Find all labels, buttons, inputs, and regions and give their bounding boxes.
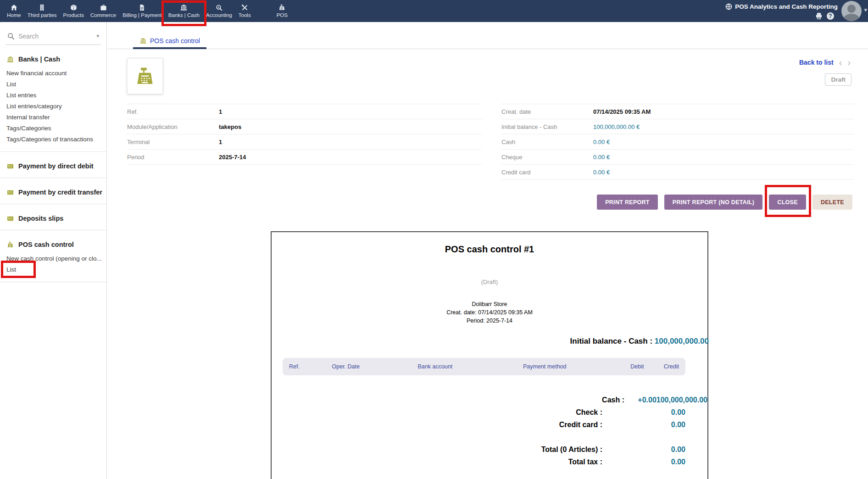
cube-icon [70,4,78,11]
field-row-cash: Cash 0.00 € [501,134,854,150]
report-period: Period: 2025-7-14 [272,317,707,325]
back-to-list-link[interactable]: Back to list [799,59,834,66]
fields-table-left: Ref. 1 Module/Application takepos Termin… [127,104,482,165]
col-payment-method: Payment method [523,363,605,370]
total-row-articles: Total (0 Articles) : 0.00 [272,443,707,456]
home-icon [10,4,18,11]
col-debit: Debit [605,363,644,370]
tab-pos-cash-control[interactable]: POS cash control [133,34,206,49]
briefcase-icon [100,4,107,11]
status-badge: Draft [825,73,851,86]
cash-register-icon [6,241,14,248]
field-row-module: Module/Application takepos [127,119,482,134]
next-record-icon[interactable]: › [847,58,851,67]
app-title-area: POS Analytics and Cash Reporting [725,3,838,10]
nav-banks-cash[interactable]: Banks | Cash [165,0,203,22]
nav-billing-payment[interactable]: Billing | Payment [119,0,165,22]
nav-label: Accounting [206,12,232,18]
field-row-ref: Ref. 1 [127,104,482,119]
sidebar-divider [0,282,106,282]
payment-card-icon [6,163,14,170]
delete-button[interactable]: DELETE [812,195,852,210]
report-preview: POS cash control #1 (Draft) Dolibarr Sto… [271,231,708,479]
sidebar-item-tags-categories-transactions[interactable]: Tags/Categories of transactions [0,134,106,145]
print-icon[interactable] [815,12,823,20]
bank-icon [180,4,188,11]
nav-tools[interactable]: Tools [235,0,254,22]
header-pagination: Back to list ‹ › [799,58,851,67]
action-buttons: PRINT REPORT PRINT REPORT (NO DETAIL) CL… [597,195,852,210]
sidebar-item-new-financial-account[interactable]: New financial account [0,68,106,79]
cash-register-icon [278,4,286,11]
col-ref: Ref. [289,363,332,370]
search-caret-icon[interactable]: ▾ [96,33,99,39]
total-row-cash: Cash : +0.00100,000,000.00 [272,394,707,406]
tools-icon [241,4,249,11]
globe-icon [725,3,732,10]
nav-pos[interactable]: POS [273,0,291,22]
report-initial-balance: Initial balance - Cash : 100,000,000.00 [272,337,709,346]
close-button[interactable]: CLOSE [769,195,806,210]
nav-commerce[interactable]: Commerce [87,0,119,22]
nav-label: Home [7,12,21,18]
object-icon-card [127,58,163,94]
nav-label: Products [63,12,84,18]
sidebar-divider [0,204,106,204]
sidebar-item-internal-transfer[interactable]: Internal transfer [0,112,106,123]
accounting-search-icon [215,4,223,11]
print-report-no-detail-button[interactable]: PRINT REPORT (NO DETAIL) [664,195,763,210]
field-row-terminal: Terminal 1 [127,134,482,150]
top-navigation-bar: Home Third parties Products Commerce Bil… [0,0,868,22]
tab-label: POS cash control [150,37,200,45]
total-row-check: Check : 0.00 [272,406,707,418]
report-title: POS cash control #1 [272,244,707,255]
sidebar-item-tags-categories[interactable]: Tags/Categories [0,123,106,134]
sidebar-section-credit-transfer[interactable]: Payment by credit transfer [0,187,106,197]
field-row-initial-balance: Initial balance - Cash 100,000,000.00 € [501,119,854,134]
prev-record-icon[interactable]: ‹ [839,58,842,67]
bank-icon [6,56,14,63]
field-row-period: Period 2025-7-14 [127,150,482,165]
field-row-credit-card: Credit card 0.00 € [501,165,854,180]
total-row-tax: Total tax : 0.00 [272,456,707,468]
print-report-button[interactable]: PRINT REPORT [597,195,658,210]
nav-label: Third parties [28,12,57,18]
sidebar-divider [0,151,106,152]
search-icon [7,33,15,40]
report-totals: Cash : +0.00100,000,000.00 Check : 0.00 … [272,394,707,468]
col-bank-account: Bank account [418,363,523,370]
sidebar-item-pos-list[interactable]: List [0,264,106,275]
left-sidebar: ▾ Banks | Cash New financial account Lis… [0,22,107,479]
sidebar-section-direct-debit[interactable]: Payment by direct debit [0,161,106,171]
nav-accounting[interactable]: Accounting [203,0,235,22]
nav-label: POS [277,12,288,18]
chevron-down-icon[interactable]: ▾ [864,6,867,13]
totals-gap [272,431,707,443]
sidebar-divider [0,178,106,178]
bank-icon [139,38,147,44]
col-credit: Credit [644,363,679,370]
sidebar-item-list-entries-category[interactable]: List entries/category [0,101,106,112]
sidebar-search: ▾ [6,30,101,45]
sidebar-section-banks-cash[interactable]: Banks | Cash [0,54,106,64]
invoice-icon [138,4,146,11]
field-row-creat-date: Creat. date 07/14/2025 09:35 AM [501,104,854,119]
building-icon [38,4,46,11]
sidebar-item-list-entries[interactable]: List entries [0,90,106,101]
sidebar-section-pos-cash-control[interactable]: POS cash control [0,240,106,250]
user-avatar[interactable] [841,1,862,21]
nav-home[interactable]: Home [4,0,24,22]
cash-register-icon [134,67,156,86]
nav-label: Commerce [90,12,116,18]
nav-products[interactable]: Products [60,0,87,22]
report-store-name: Dolibarr Store [272,300,707,308]
nav-third-parties[interactable]: Third parties [24,0,60,22]
help-icon[interactable]: ? [827,12,834,20]
field-row-cheque: Cheque 0.00 € [501,150,854,165]
sidebar-section-deposits-slips[interactable]: Deposits slips [0,213,106,223]
tabbar-divider [107,49,868,49]
sidebar-item-list[interactable]: List [0,79,106,90]
search-input[interactable] [18,33,93,40]
report-table-header: Ref. Oper. Date Bank account Payment met… [283,358,685,375]
sidebar-item-new-cash-control[interactable]: New cash control (opening or clo... [0,253,106,264]
